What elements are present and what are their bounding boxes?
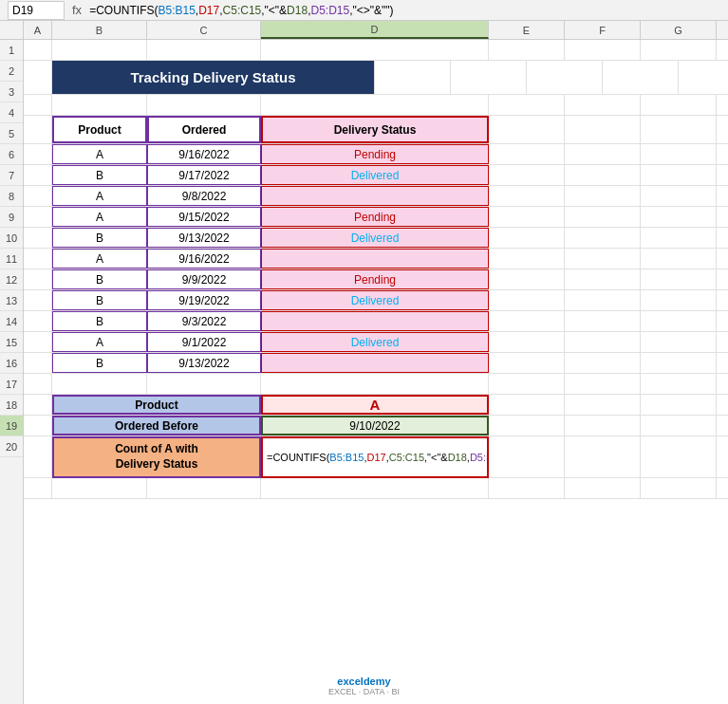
cell-g5[interactable] — [641, 144, 717, 164]
cell-g6[interactable] — [641, 165, 717, 185]
cell-a14[interactable] — [24, 332, 52, 352]
cell-c16[interactable] — [147, 374, 261, 394]
row-4[interactable]: 4 — [0, 102, 23, 123]
cell-d10[interactable] — [261, 249, 489, 269]
row-7[interactable]: 7 — [0, 165, 23, 186]
cell-h20[interactable] — [717, 478, 728, 498]
cell-c9[interactable]: 9/13/2022 — [147, 228, 261, 248]
row-20[interactable]: 20 — [0, 436, 23, 457]
cell-b5[interactable]: A — [52, 144, 147, 164]
cell-g13[interactable] — [641, 311, 717, 331]
cell-c6[interactable]: 9/17/2022 — [147, 165, 261, 185]
cell-f4[interactable] — [565, 116, 641, 143]
row-15[interactable]: 15 — [0, 332, 23, 353]
cell-b11[interactable]: B — [52, 269, 147, 289]
cell-b7[interactable]: A — [52, 186, 147, 206]
cell-a16[interactable] — [24, 374, 52, 394]
cell-d14[interactable]: Delivered — [261, 332, 489, 352]
header-product[interactable]: Product — [52, 116, 147, 143]
row-9[interactable]: 9 — [0, 207, 23, 228]
cell-d17-value[interactable]: A — [261, 395, 489, 415]
cell-a5[interactable] — [24, 144, 52, 164]
cell-b9[interactable]: B — [52, 228, 147, 248]
cell-h2[interactable] — [603, 61, 679, 94]
row-3[interactable]: 3 — [0, 82, 23, 102]
cell-e13[interactable] — [489, 311, 565, 331]
cell-e3[interactable] — [489, 95, 565, 115]
cell-d11[interactable]: Pending — [261, 269, 489, 289]
cell-f3[interactable] — [565, 95, 641, 115]
cell-g4[interactable] — [641, 116, 717, 143]
cell-d6[interactable]: Delivered — [261, 165, 489, 185]
cell-h19[interactable] — [717, 436, 728, 477]
cell-f11[interactable] — [565, 269, 641, 289]
cell-d20[interactable] — [261, 478, 489, 498]
cell-a13[interactable] — [24, 311, 52, 331]
cell-e15[interactable] — [489, 353, 565, 373]
cell-g10[interactable] — [641, 249, 717, 269]
cell-h9[interactable] — [717, 228, 728, 248]
col-header-e[interactable]: E — [489, 21, 565, 39]
cell-b16[interactable] — [52, 374, 147, 394]
cell-c20[interactable] — [147, 478, 261, 498]
cell-h11[interactable] — [717, 269, 728, 289]
cell-e16[interactable] — [489, 374, 565, 394]
cell-f7[interactable] — [565, 186, 641, 206]
cell-a7[interactable] — [24, 186, 52, 206]
row-13[interactable]: 13 — [0, 290, 23, 311]
cell-g2[interactable] — [527, 61, 603, 94]
cell-e6[interactable] — [489, 165, 565, 185]
cell-e1[interactable] — [489, 40, 565, 60]
cell-a17[interactable] — [24, 395, 52, 415]
cell-g11[interactable] — [641, 269, 717, 289]
cell-a18[interactable] — [24, 416, 52, 435]
row-2[interactable]: 2 — [0, 61, 23, 82]
cell-b10[interactable]: A — [52, 249, 147, 269]
cell-b15[interactable]: B — [52, 353, 147, 373]
cell-f5[interactable] — [565, 144, 641, 164]
cell-g7[interactable] — [641, 186, 717, 206]
row-12[interactable]: 12 — [0, 269, 23, 290]
cell-f9[interactable] — [565, 228, 641, 248]
cell-a3[interactable] — [24, 95, 52, 115]
row-11[interactable]: 11 — [0, 249, 23, 269]
cell-e10[interactable] — [489, 249, 565, 269]
cell-b14[interactable]: A — [52, 332, 147, 352]
cell-h17[interactable] — [717, 395, 728, 415]
col-header-f[interactable]: F — [565, 21, 641, 39]
cell-h15[interactable] — [717, 353, 728, 373]
cell-a12[interactable] — [24, 290, 52, 310]
cell-h8[interactable] — [717, 207, 728, 227]
cell-a11[interactable] — [24, 269, 52, 289]
cell-f15[interactable] — [565, 353, 641, 373]
cell-b19-label[interactable]: Count of A withDelivery Status — [52, 436, 261, 478]
cell-c15[interactable]: 9/13/2022 — [147, 353, 261, 373]
cell-d3[interactable] — [261, 95, 489, 115]
cell-a19[interactable] — [24, 436, 52, 477]
cell-f10[interactable] — [565, 249, 641, 269]
cell-a1[interactable] — [24, 40, 52, 60]
cell-c5[interactable]: 9/16/2022 — [147, 144, 261, 164]
cell-d16[interactable] — [261, 374, 489, 394]
cell-e19[interactable] — [489, 436, 565, 477]
cell-e7[interactable] — [489, 186, 565, 206]
cell-e4[interactable] — [489, 116, 565, 143]
cell-h10[interactable] — [717, 249, 728, 269]
cell-g3[interactable] — [641, 95, 717, 115]
cell-h3[interactable] — [717, 95, 728, 115]
cell-h4[interactable] — [717, 116, 728, 143]
cell-d9[interactable]: Delivered — [261, 228, 489, 248]
cell-b17-label[interactable]: Product — [52, 395, 261, 415]
row-1[interactable]: 1 — [0, 40, 23, 61]
name-box[interactable]: D19 — [8, 1, 65, 20]
row-5[interactable]: 5 — [0, 123, 23, 144]
cell-b8[interactable]: A — [52, 207, 147, 227]
row-8[interactable]: 8 — [0, 186, 23, 207]
col-header-g[interactable]: G — [641, 21, 717, 39]
cell-h18[interactable] — [717, 416, 728, 435]
cell-a8[interactable] — [24, 207, 52, 227]
cell-g15[interactable] — [641, 353, 717, 373]
cell-b3[interactable] — [52, 95, 147, 115]
cell-g16[interactable] — [641, 374, 717, 394]
cell-f13[interactable] — [565, 311, 641, 331]
